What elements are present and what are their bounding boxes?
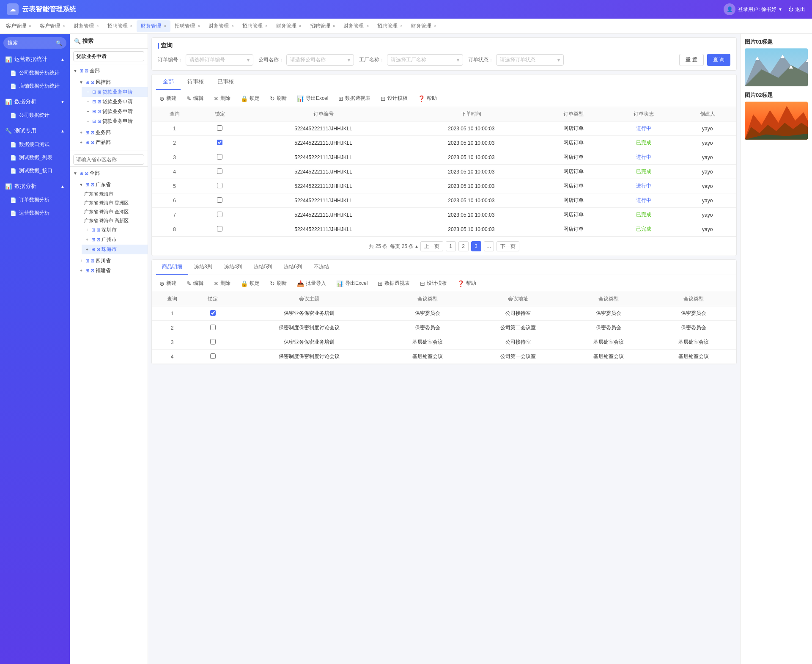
tab-7[interactable]: 招聘管理 × [238, 20, 272, 32]
tab-3[interactable]: 招聘管理 × [103, 20, 137, 32]
query-select-status[interactable]: 请选择订单状态 ▾ [496, 54, 564, 66]
tree2-root-row[interactable]: ▼ ⊞ ⊠ 全部 [70, 168, 148, 178]
tree-search-input[interactable] [73, 51, 144, 61]
tab-1[interactable]: 客户管理 × [36, 20, 69, 32]
toolbar-refresh[interactable]: ↻ 刷新 [267, 94, 289, 103]
sidebar-item-order-analysis[interactable]: 📄 订单数据分析 [0, 193, 70, 207]
toolbar-export[interactable]: 📊 导出Excel [294, 94, 331, 103]
toolbar-design[interactable]: ⊟ 设计模板 [378, 94, 410, 103]
detail-tab-freeze5[interactable]: 冻结5列 [248, 260, 278, 275]
expand-icon[interactable]: − [85, 99, 91, 105]
tab-0[interactable]: 客户管理 × [2, 20, 36, 32]
query-select-order[interactable]: 请选择订单编号 ▾ [186, 54, 253, 66]
tab-close-4[interactable]: × [164, 24, 166, 28]
tab-close-10[interactable]: × [366, 24, 369, 28]
expand-icon[interactable]: ▼ [72, 68, 78, 74]
tree2-guangzhou[interactable]: + ⊞ ⊠ 广州市 [82, 235, 148, 245]
detail-row-checkbox[interactable] [192, 335, 233, 350]
tab-close-9[interactable]: × [333, 24, 335, 28]
tab-10[interactable]: 财务管理 × [339, 20, 373, 32]
reset-button[interactable]: 重 置 [679, 54, 703, 66]
tree1-loan-3[interactable]: − ⊞ ⊠ 贷款业务申请 [82, 107, 148, 116]
row-checkbox[interactable] [197, 165, 242, 179]
page-3-button[interactable]: 3 [471, 241, 481, 251]
detail-tab-freeze3[interactable]: 冻结3列 [188, 260, 218, 275]
detail-tab-freeze6[interactable]: 冻结6列 [278, 260, 308, 275]
detail-toolbar-export[interactable]: 📊 导出Excel [334, 278, 370, 288]
tab-4[interactable]: 财务管理 × [137, 20, 170, 32]
expand-icon[interactable]: + [78, 130, 84, 136]
sidebar-section-header-0[interactable]: 📊 运营数据统计 ▲ [0, 52, 70, 66]
tab-2[interactable]: 财务管理 × [69, 20, 103, 32]
next-page-button[interactable]: 下一页 [497, 241, 519, 251]
detail-toolbar-delete[interactable]: ✕ 删除 [211, 278, 233, 288]
tab-8[interactable]: 财务管理 × [272, 20, 306, 32]
row-checkbox[interactable] [197, 121, 242, 136]
detail-toolbar-help[interactable]: ❓ 帮助 [455, 278, 479, 288]
expand-icon[interactable]: + [84, 227, 90, 233]
sidebar-item-api-test[interactable]: 📄 数据接口测试 [0, 138, 70, 151]
detail-tab-freeze4[interactable]: 冻结4列 [218, 260, 248, 275]
tab-close-8[interactable]: × [299, 24, 302, 28]
tree2-shenzhen[interactable]: + ⊞ ⊠ 深圳市 [82, 225, 148, 235]
prev-page-button[interactable]: 上一页 [420, 241, 443, 251]
sidebar-item-test-list[interactable]: 📄 测试数据_列表 [0, 151, 70, 164]
toolbar-help[interactable]: ❓ 帮助 [415, 94, 439, 103]
detail-toolbar-batch-import[interactable]: 📥 批量导入 [294, 278, 329, 288]
toolbar-pivot[interactable]: ⊞ 数据透视表 [336, 94, 373, 103]
tab-close-11[interactable]: × [400, 24, 403, 28]
expand-icon[interactable]: ▼ [72, 171, 78, 176]
tree1-business[interactable]: + ⊞ ⊠ 业务部 [76, 128, 148, 138]
toolbar-delete[interactable]: ✕ 删除 [211, 94, 233, 103]
query-select-factory[interactable]: 请选择工厂名称 ▾ [387, 54, 463, 66]
tree2-zhuhai-gaoxin[interactable]: 广东省 珠海市 高新区 [82, 216, 148, 225]
row-checkbox[interactable] [197, 208, 242, 222]
tree2-sichuan[interactable]: + ⊞ ⊠ 四川省 [76, 256, 148, 266]
tab-close-0[interactable]: × [29, 24, 31, 28]
tree1-loan-2[interactable]: − ⊞ ⊠ 贷款业务申请 [82, 97, 148, 107]
main-tab-approved[interactable]: 已审核 [211, 74, 241, 90]
expand-icon[interactable]: + [84, 237, 90, 243]
main-tab-pending[interactable]: 待审核 [181, 74, 211, 90]
row-checkbox[interactable] [197, 179, 242, 193]
expand-icon[interactable]: + [78, 140, 84, 146]
tab-5[interactable]: 招聘管理 × [170, 20, 204, 32]
detail-toolbar-refresh[interactable]: ↻ 刷新 [267, 278, 289, 288]
detail-toolbar-new[interactable]: ⊕ 新建 [157, 278, 179, 288]
detail-row-checkbox[interactable] [192, 350, 233, 364]
address-search-input[interactable] [73, 154, 144, 165]
tab-11[interactable]: 招聘管理 × [373, 20, 407, 32]
sidebar-search-input[interactable]: 搜索 🔍 [3, 37, 66, 49]
tree1-product[interactable]: + ⊞ ⊠ 产品部 [76, 138, 148, 147]
tree1-root-row[interactable]: ▼ ⊞ ⊠ 全部 [70, 66, 148, 76]
detail-toolbar-pivot[interactable]: ⊞ 数据透视表 [375, 278, 412, 288]
expand-icon[interactable]: + [84, 247, 90, 253]
row-checkbox[interactable] [197, 193, 242, 208]
expand-icon[interactable]: ▼ [78, 182, 84, 188]
tab-close-12[interactable]: × [434, 24, 436, 28]
expand-icon[interactable]: − [85, 89, 91, 95]
tab-close-6[interactable]: × [231, 24, 234, 28]
sidebar-item-ops-analysis[interactable]: 📄 运营数据分析 [0, 207, 70, 220]
tab-close-2[interactable]: × [96, 24, 99, 28]
sidebar-item-company-data[interactable]: 📄 公司数据统计 [0, 109, 70, 122]
expand-icon[interactable]: − [85, 109, 91, 115]
tab-close-7[interactable]: × [265, 24, 268, 28]
detail-toolbar-lock[interactable]: 🔒 锁定 [238, 278, 262, 288]
tree2-guangdong-row[interactable]: ▼ ⊞ ⊠ 广东省 [76, 180, 148, 190]
tab-12[interactable]: 财务管理 × [407, 20, 441, 32]
detail-tab-product[interactable]: 商品明细 [156, 260, 188, 275]
tree1-loan-4[interactable]: − ⊞ ⊠ 贷款业务申请 [82, 116, 148, 126]
sidebar-section-header-3[interactable]: 📊 数据分析 ▲ [0, 179, 70, 193]
main-tab-all[interactable]: 全部 [156, 74, 181, 90]
tab-9[interactable]: 招聘管理 × [306, 20, 340, 32]
detail-row-checkbox[interactable] [192, 321, 233, 335]
toolbar-lock[interactable]: 🔒 锁定 [238, 94, 262, 103]
row-checkbox[interactable] [197, 150, 242, 165]
page-1-button[interactable]: 1 [446, 241, 456, 251]
sidebar-section-header-2[interactable]: 🔧 测试专用 ▲ [0, 124, 70, 138]
tab-close-3[interactable]: × [130, 24, 133, 28]
tree2-zhuhai-xiangzhou[interactable]: 广东省 珠海市 香洲区 [82, 198, 148, 207]
tree2-fujian[interactable]: + ⊞ ⊠ 福建省 [76, 266, 148, 276]
row-checkbox[interactable] [197, 136, 242, 150]
